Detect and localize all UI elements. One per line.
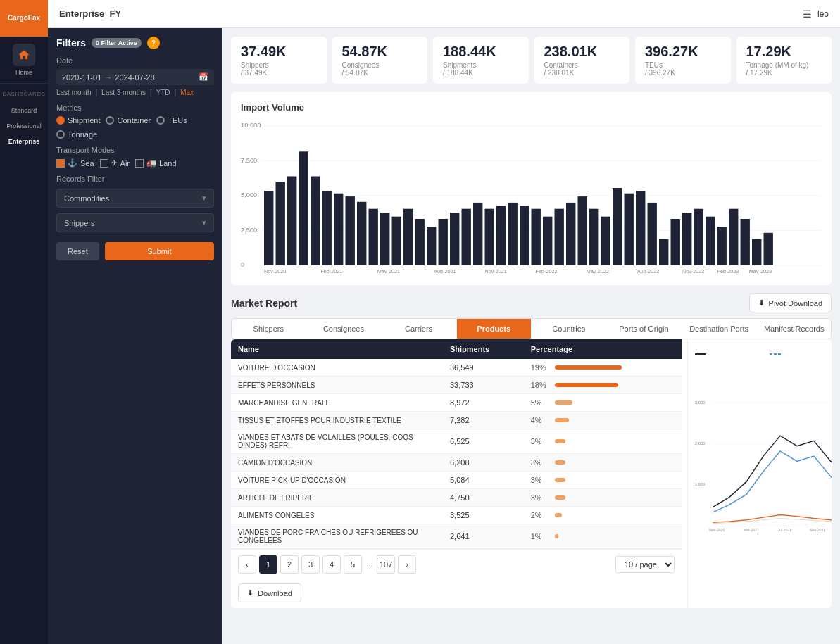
download-button[interactable]: ⬇ Download xyxy=(238,583,301,602)
svg-rect-25 xyxy=(439,219,448,265)
svg-text:Nov-2021: Nov-2021 xyxy=(485,268,507,273)
cell-name: CAMION D'OCCASION xyxy=(231,454,443,472)
reset-button[interactable]: Reset xyxy=(56,242,99,260)
tab-shippers[interactable]: Shippers xyxy=(232,319,306,339)
table-row: TISSUS ET ETOFFES POUR INDUSTRIE TEXTILE… xyxy=(231,412,682,429)
page-3-button[interactable]: 3 xyxy=(301,555,320,574)
menu-icon[interactable]: ☰ xyxy=(803,8,812,20)
sidebar-item-enterprise[interactable]: Enterprise xyxy=(0,134,48,149)
svg-rect-21 xyxy=(392,217,401,265)
sidebar-item-professional[interactable]: Professional xyxy=(0,118,48,134)
metrics-label: Metrics xyxy=(56,103,214,112)
tab-products[interactable]: Products xyxy=(457,319,531,339)
kpi-tonnage-value: 17.29K xyxy=(746,44,822,60)
filter-panel: Filters 0 Filter Active ? Date 2020-11-0… xyxy=(48,28,222,644)
cell-percentage: 4% xyxy=(524,412,682,429)
checkbox-air xyxy=(100,159,108,168)
commodities-dropdown[interactable]: Commodities ▾ xyxy=(56,189,214,208)
page-prev-button[interactable]: ‹ xyxy=(238,555,256,574)
transport-sea[interactable]: ⚓ Sea xyxy=(56,158,94,168)
commodities-chevron-icon: ▾ xyxy=(202,194,206,203)
transport-air[interactable]: ✈ Air xyxy=(100,158,130,168)
metric-container[interactable]: Container xyxy=(106,116,151,125)
transport-air-label: Air xyxy=(120,159,130,168)
transport-land[interactable]: 🚛 Land xyxy=(135,158,176,168)
kpi-shippers-value: 37.49K xyxy=(241,44,317,60)
svg-text:Aug-2021: Aug-2021 xyxy=(434,268,456,273)
page-107-button[interactable]: 107 xyxy=(377,555,395,574)
tab-manifest-records[interactable]: Manifest Records xyxy=(757,319,831,339)
filter-help-icon[interactable]: ? xyxy=(147,37,160,49)
pivot-download-label: Pivot Download xyxy=(769,299,822,308)
date-range-row[interactable]: 2020-11-01 → 2024-07-28 📅 xyxy=(56,69,214,85)
dashboards-section: DASHBOARDS Standard Professional Enterpr… xyxy=(0,84,48,156)
page-next-button[interactable]: › xyxy=(398,555,416,574)
metric-tonnage[interactable]: Tonnage xyxy=(56,130,97,139)
radio-tonnage-circle xyxy=(56,130,65,139)
products-table-section: Name Shipments Percentage VOITURE D'OCCA… xyxy=(231,339,682,608)
svg-rect-48 xyxy=(706,217,715,265)
shippers-dropdown[interactable]: Shippers ▾ xyxy=(56,213,214,232)
svg-rect-15 xyxy=(322,191,332,265)
content-area: Filters 0 Filter Active ? Date 2020-11-0… xyxy=(48,28,840,644)
svg-rect-50 xyxy=(729,209,738,265)
dashboards-label: DASHBOARDS xyxy=(2,91,45,97)
page-5-button[interactable]: 5 xyxy=(344,555,362,574)
svg-rect-30 xyxy=(496,206,506,265)
preset-max[interactable]: Max xyxy=(180,89,194,96)
per-page-select[interactable]: 10 / page 25 / page 50 / page xyxy=(615,556,675,573)
cell-name: EFFETS PERSONNELS xyxy=(231,377,443,394)
cell-shipments: 7,282 xyxy=(443,412,524,429)
metric-shipment[interactable]: Shipment xyxy=(56,116,100,125)
logo-text: CargoFax xyxy=(8,14,40,23)
preset-3months[interactable]: Last 3 months xyxy=(101,89,146,96)
preset-separator1: | xyxy=(95,89,97,96)
table-scroll-area[interactable]: Name Shipments Percentage VOITURE D'OCCA… xyxy=(231,339,682,549)
page-1-button[interactable]: 1 xyxy=(259,555,277,574)
table-header: Name Shipments Percentage xyxy=(231,339,682,359)
tab-destination-ports[interactable]: Destination Ports xyxy=(682,319,756,339)
svg-rect-38 xyxy=(589,209,598,265)
tab-ports-origin[interactable]: Ports of Origin xyxy=(607,319,681,339)
svg-rect-13 xyxy=(299,151,308,265)
transport-label: Transport Modes xyxy=(56,146,214,154)
metric-teus[interactable]: TEUs xyxy=(156,116,187,125)
svg-rect-29 xyxy=(485,209,494,265)
tab-countries[interactable]: Countries xyxy=(532,319,606,339)
metric-container-label: Container xyxy=(117,116,151,125)
home-nav[interactable]: Home xyxy=(0,37,48,84)
kpi-tonnage-sub: / 17.29K xyxy=(746,69,822,77)
date-presets: Last month | Last 3 months | YTD | Max xyxy=(56,89,214,96)
kpi-containers-sub: / 238.01K xyxy=(544,69,620,77)
download-area: ⬇ Download xyxy=(231,583,682,608)
svg-rect-16 xyxy=(334,194,343,265)
svg-rect-22 xyxy=(403,209,413,265)
sidebar: CargoFax Home DASHBOARDS Standard Profes… xyxy=(0,0,48,644)
preset-last-month[interactable]: Last month xyxy=(56,89,91,96)
cell-name: TISSUS ET ETOFFES POUR INDUSTRIE TEXTILE xyxy=(231,412,443,429)
page-2-button[interactable]: 2 xyxy=(280,555,299,574)
sidebar-item-standard[interactable]: Standard xyxy=(0,103,48,118)
cell-percentage: 3% xyxy=(524,454,682,472)
table-row: ARTICLE DE FRIPERIE 4,750 3% xyxy=(231,489,682,507)
svg-text:May-2021: May-2021 xyxy=(377,268,400,273)
cell-percentage: 3% xyxy=(524,489,682,507)
svg-rect-42 xyxy=(636,191,645,265)
svg-rect-35 xyxy=(555,209,564,265)
calendar-icon[interactable]: 📅 xyxy=(199,72,208,82)
preset-ytd[interactable]: YTD xyxy=(156,89,170,96)
page-4-button[interactable]: 4 xyxy=(322,555,341,574)
svg-rect-37 xyxy=(578,196,587,265)
svg-rect-36 xyxy=(566,203,575,265)
legend-voiture: VOITURE D'OCCASION xyxy=(695,346,758,362)
pivot-download-button[interactable]: ⬇ Pivot Download xyxy=(749,293,832,312)
tab-carriers[interactable]: Carriers xyxy=(382,319,456,339)
metric-teus-label: TEUs xyxy=(168,116,187,125)
svg-rect-33 xyxy=(532,209,541,265)
radio-container-circle xyxy=(106,116,114,125)
submit-button[interactable]: Submit xyxy=(105,242,214,260)
home-label: Home xyxy=(15,69,32,76)
download-label: Download xyxy=(258,589,292,598)
tab-consignees[interactable]: Consignees xyxy=(307,319,381,339)
svg-text:10,000: 10,000 xyxy=(241,121,261,129)
